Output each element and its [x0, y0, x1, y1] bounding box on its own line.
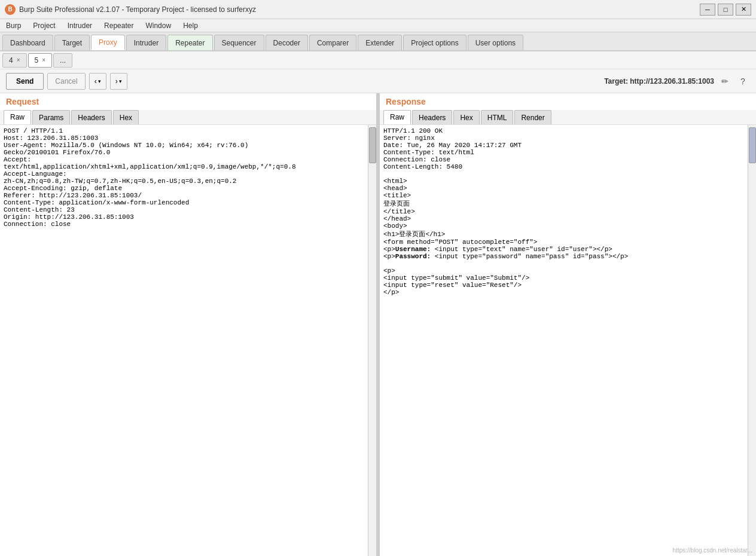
- maximize-button[interactable]: □: [718, 4, 733, 16]
- request-title: Request: [0, 93, 376, 110]
- menu-burp[interactable]: Burp: [2, 20, 25, 31]
- response-tab-headers[interactable]: Headers: [412, 110, 452, 124]
- title-bar-left: B Burp Suite Professional v2.1.07 - Temp…: [5, 4, 256, 15]
- title-bar-controls: ─ □ ✕: [700, 4, 751, 16]
- close-tab-5-icon[interactable]: ×: [42, 57, 45, 63]
- title-bar: B Burp Suite Professional v2.1.07 - Temp…: [0, 0, 756, 19]
- response-tab-render[interactable]: Render: [514, 110, 551, 124]
- sub-tab-more[interactable]: ...: [53, 53, 72, 68]
- nav-next-button[interactable]: › ▾: [110, 73, 127, 90]
- minimize-button[interactable]: ─: [700, 4, 715, 16]
- sub-tab-4[interactable]: 4 ×: [2, 53, 27, 68]
- app-logo: B: [5, 4, 16, 15]
- main-tabs: Dashboard Target Proxy Intruder Repeater…: [0, 32, 756, 51]
- menu-intruder[interactable]: Intruder: [64, 20, 96, 31]
- cancel-button[interactable]: Cancel: [47, 73, 85, 90]
- chevron-right-icon: ›: [115, 77, 118, 85]
- close-tab-4-icon[interactable]: ×: [17, 57, 20, 63]
- response-tab-html[interactable]: HTML: [481, 110, 514, 124]
- tab-intruder[interactable]: Intruder: [126, 35, 166, 50]
- request-tabs: Raw Params Headers Hex: [0, 110, 376, 125]
- response-scrollbar[interactable]: [748, 125, 756, 556]
- send-button[interactable]: Send: [6, 73, 44, 90]
- content-area: Request Raw Params Headers Hex POST / HT…: [0, 93, 756, 556]
- nav-prev-button[interactable]: ‹ ▾: [89, 73, 106, 90]
- title-bar-title: Burp Suite Professional v2.1.07 - Tempor…: [19, 5, 256, 14]
- close-button[interactable]: ✕: [736, 4, 751, 16]
- menu-help[interactable]: Help: [179, 20, 202, 31]
- tab-dashboard[interactable]: Dashboard: [2, 35, 53, 50]
- request-content: POST / HTTP/1.1 Host: 123.206.31.85:1003…: [0, 125, 376, 556]
- watermark: https://blog.csdn.net/realstar...: [673, 547, 752, 554]
- tab-target[interactable]: Target: [54, 35, 90, 50]
- tab-project-options[interactable]: Project options: [403, 35, 466, 50]
- tab-repeater[interactable]: Repeater: [167, 35, 212, 50]
- request-scrollbar[interactable]: [368, 125, 376, 556]
- response-content: HTTP/1.1 200 OK Server: nginx Date: Tue,…: [380, 125, 756, 556]
- response-tab-raw[interactable]: Raw: [383, 110, 411, 124]
- help-button[interactable]: ?: [736, 74, 750, 88]
- request-raw-text: POST / HTTP/1.1 Host: 123.206.31.85:1003…: [0, 125, 376, 556]
- tab-decoder[interactable]: Decoder: [266, 35, 308, 50]
- response-panel: Response Raw Headers Hex HTML Render HTT…: [380, 93, 756, 556]
- menu-window[interactable]: Window: [142, 20, 175, 31]
- request-tab-hex[interactable]: Hex: [113, 110, 139, 124]
- tab-user-options[interactable]: User options: [468, 35, 523, 50]
- toolbar: Send Cancel ‹ ▾ › ▾ Target: http://123.2…: [0, 69, 756, 93]
- request-tab-headers[interactable]: Headers: [71, 110, 111, 124]
- tab-extender[interactable]: Extender: [358, 35, 402, 50]
- request-panel: Request Raw Params Headers Hex POST / HT…: [0, 93, 377, 556]
- response-title: Response: [380, 93, 756, 110]
- response-tabs: Raw Headers Hex HTML Render: [380, 110, 756, 125]
- tab-comparer[interactable]: Comparer: [309, 35, 356, 50]
- response-raw-text: HTTP/1.1 200 OK Server: nginx Date: Tue,…: [380, 125, 756, 556]
- target-label: Target: http://123.206.31.85:1003: [604, 77, 714, 85]
- chevron-down-right-icon: ▾: [119, 78, 122, 84]
- menu-bar: Burp Project Intruder Repeater Window He…: [0, 19, 756, 32]
- sub-tabs-bar: 4 × 5 × ...: [0, 51, 756, 69]
- menu-repeater[interactable]: Repeater: [100, 20, 137, 31]
- request-tab-params[interactable]: Params: [32, 110, 70, 124]
- chevron-left-icon: ‹: [94, 77, 97, 85]
- tab-proxy[interactable]: Proxy: [91, 35, 125, 50]
- response-scrollbar-thumb[interactable]: [749, 127, 756, 163]
- edit-target-button[interactable]: ✏: [718, 74, 732, 88]
- request-scrollbar-thumb[interactable]: [369, 127, 376, 163]
- sub-tab-5[interactable]: 5 ×: [28, 53, 53, 68]
- chevron-down-left-icon: ▾: [98, 78, 101, 84]
- tab-sequencer[interactable]: Sequencer: [214, 35, 264, 50]
- request-tab-raw[interactable]: Raw: [4, 110, 31, 124]
- menu-project[interactable]: Project: [29, 20, 59, 31]
- response-tab-hex[interactable]: Hex: [453, 110, 479, 124]
